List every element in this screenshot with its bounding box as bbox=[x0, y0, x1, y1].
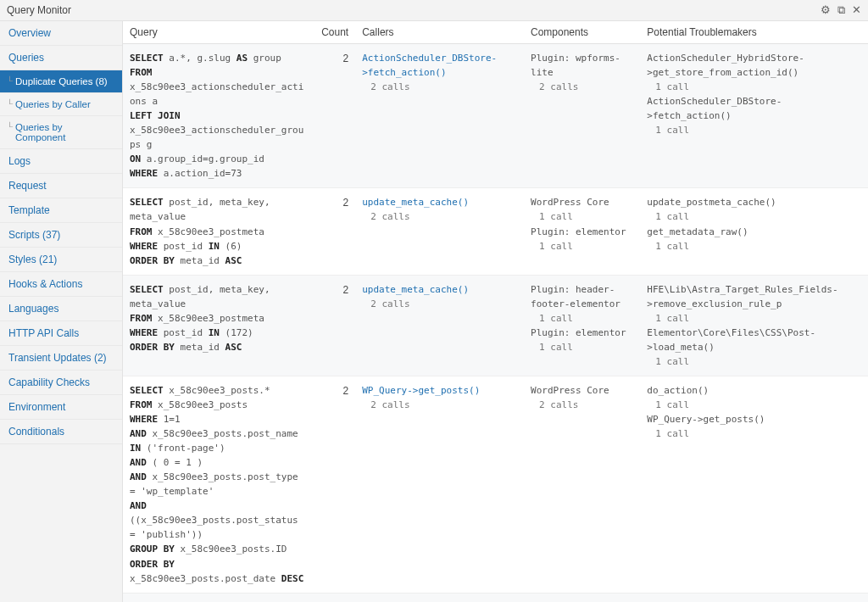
panel-icon[interactable]: ⧉ bbox=[837, 3, 845, 17]
component-name: Plugin: header-footer-elementor bbox=[531, 282, 633, 311]
trouble-count: 1 call bbox=[647, 398, 861, 412]
query-cell: SELECT post_id, meta_key, meta_valueFROM… bbox=[123, 275, 314, 376]
component-name: WordPress Core bbox=[531, 195, 633, 209]
count-cell: 2 bbox=[314, 44, 355, 188]
sidebar-item-cond[interactable]: Conditionals bbox=[0, 420, 122, 444]
title: Query Monitor bbox=[7, 4, 71, 16]
sidebar-item-hooks[interactable]: Hooks & Actions bbox=[0, 272, 122, 297]
components-cell: WordPress Core2 calls bbox=[524, 376, 640, 593]
sidebar-item-by-comp[interactable]: Queries by Component bbox=[0, 116, 122, 149]
caller-link[interactable]: update_meta_cache() bbox=[362, 197, 469, 208]
trouble-count: 1 call bbox=[647, 426, 861, 441]
components-cell: Plugin: wpforms-lite2 calls bbox=[524, 44, 640, 188]
queries-table: Query Count Callers Components Potential… bbox=[123, 21, 868, 602]
trouble-count: 1 call bbox=[647, 80, 861, 94]
sidebar-item-languages[interactable]: Languages bbox=[0, 297, 122, 321]
trouble-count: 1 call bbox=[647, 354, 861, 369]
component-name: WordPress Core bbox=[531, 383, 633, 398]
sidebar: OverviewQueriesDuplicate Queries (8)Quer… bbox=[0, 21, 123, 602]
component-count: 1 call bbox=[531, 239, 633, 254]
trouble-name: Elementor\Core\Files\CSS\Post->load_meta… bbox=[647, 326, 861, 354]
trouble-cell: do_action()1 callWP_Query->get_posts()1 … bbox=[640, 376, 868, 593]
query-cell: SELECT a.*, g.slug AS groupFROM x_58c90e… bbox=[123, 44, 314, 188]
component-count: 1 call bbox=[531, 311, 633, 326]
col-components[interactable]: Components bbox=[524, 21, 640, 44]
table-row: SELECT post_id, meta_key, meta_valueFROM… bbox=[123, 188, 868, 275]
caller-link[interactable]: WP_Query->get_posts() bbox=[362, 385, 480, 396]
close-icon[interactable]: ✕ bbox=[852, 3, 861, 17]
trouble-count: 1 call bbox=[647, 239, 861, 254]
trouble-name: WP_Query->get_posts() bbox=[647, 412, 861, 426]
sidebar-item-overview[interactable]: Overview bbox=[0, 21, 122, 46]
trouble-cell: HFE\Lib\Astra_Target_Rules_Fields->remov… bbox=[640, 275, 868, 376]
sidebar-item-env[interactable]: Environment bbox=[0, 395, 122, 420]
main-panel: Query Count Callers Components Potential… bbox=[123, 21, 868, 602]
sidebar-item-by-caller[interactable]: Queries by Caller bbox=[0, 93, 122, 116]
trouble-cell: ActionScheduler_HybridStore->get_store_f… bbox=[640, 44, 868, 188]
component-count: 1 call bbox=[531, 209, 633, 224]
caller-link[interactable]: update_meta_cache() bbox=[362, 284, 469, 295]
sidebar-item-dup[interactable]: Duplicate Queries (8) bbox=[0, 70, 122, 93]
sidebar-item-http[interactable]: HTTP API Calls bbox=[0, 321, 122, 346]
table-row: SELECT post_id, meta_key, meta_valueFROM… bbox=[123, 275, 868, 376]
callers-cell: WP_Query->get_posts()2 calls bbox=[355, 593, 524, 602]
caller-count: 2 calls bbox=[362, 80, 517, 94]
col-callers[interactable]: Callers bbox=[355, 21, 524, 44]
caller-count: 2 calls bbox=[362, 209, 517, 224]
components-cell: WordPress Core2 calls bbox=[524, 593, 640, 602]
sidebar-item-queries[interactable]: Queries bbox=[0, 46, 122, 70]
trouble-name: get_metadata_raw() bbox=[647, 225, 861, 239]
count-cell: 2 bbox=[314, 275, 355, 376]
component-name: Plugin: elementor bbox=[531, 326, 633, 340]
count-cell: 2 bbox=[314, 188, 355, 275]
sidebar-item-styles[interactable]: Styles (21) bbox=[0, 248, 122, 272]
count-cell: 2 bbox=[314, 376, 355, 593]
trouble-cell: update_postmeta_cache()1 callget_metadat… bbox=[640, 188, 868, 275]
trouble-count: 1 call bbox=[647, 209, 861, 224]
count-cell: 2 bbox=[314, 593, 355, 602]
caller-link[interactable]: ActionScheduler_DBStore->fetch_action() bbox=[362, 53, 497, 78]
callers-cell: WP_Query->get_posts()2 calls bbox=[355, 376, 524, 593]
component-name: Plugin: wpforms-lite bbox=[531, 51, 633, 80]
trouble-cell: do_action()1 callWP_Query->get_posts()1 … bbox=[640, 593, 868, 602]
callers-cell: update_meta_cache()2 calls bbox=[355, 275, 524, 376]
trouble-name: HFE\Lib\Astra_Target_Rules_Fields->remov… bbox=[647, 282, 861, 311]
trouble-count: 1 call bbox=[647, 123, 861, 137]
query-cell: SELECT post_id, meta_key, meta_valueFROM… bbox=[123, 188, 314, 275]
col-trouble[interactable]: Potential Troublemakers bbox=[640, 21, 868, 44]
gear-icon[interactable]: ⚙ bbox=[821, 3, 831, 17]
titlebar: Query Monitor ⚙ ⧉ ✕ bbox=[0, 0, 868, 21]
sidebar-item-template[interactable]: Template bbox=[0, 198, 122, 223]
component-name: Plugin: elementor bbox=[531, 225, 633, 239]
col-query[interactable]: Query bbox=[123, 21, 314, 44]
trouble-name: ActionScheduler_HybridStore->get_store_f… bbox=[647, 51, 861, 80]
table-row: SELECT x_58c90ee3_posts.*FROM x_58c90ee3… bbox=[123, 593, 868, 602]
query-cell: SELECT x_58c90ee3_posts.*FROM x_58c90ee3… bbox=[123, 376, 314, 593]
sidebar-item-logs[interactable]: Logs bbox=[0, 149, 122, 174]
table-row: SELECT a.*, g.slug AS groupFROM x_58c90e… bbox=[123, 44, 868, 188]
trouble-count: 1 call bbox=[647, 311, 861, 326]
sidebar-item-request[interactable]: Request bbox=[0, 174, 122, 198]
trouble-name: ActionScheduler_DBStore->fetch_action() bbox=[647, 94, 861, 123]
sidebar-item-transient[interactable]: Transient Updates (2) bbox=[0, 346, 122, 371]
trouble-name: update_postmeta_cache() bbox=[647, 195, 861, 209]
sidebar-item-scripts[interactable]: Scripts (37) bbox=[0, 223, 122, 248]
component-count: 2 calls bbox=[531, 398, 633, 412]
col-count[interactable]: Count bbox=[314, 21, 355, 44]
callers-cell: ActionScheduler_DBStore->fetch_action()2… bbox=[355, 44, 524, 188]
table-row: SELECT x_58c90ee3_posts.*FROM x_58c90ee3… bbox=[123, 376, 868, 593]
caller-count: 2 calls bbox=[362, 398, 517, 412]
components-cell: WordPress Core1 callPlugin: elementor1 c… bbox=[524, 188, 640, 275]
sidebar-item-caps[interactable]: Capability Checks bbox=[0, 371, 122, 395]
query-cell: SELECT x_58c90ee3_posts.*FROM x_58c90ee3… bbox=[123, 593, 314, 602]
component-count: 1 call bbox=[531, 340, 633, 354]
trouble-name: do_action() bbox=[647, 383, 861, 398]
components-cell: Plugin: header-footer-elementor1 callPlu… bbox=[524, 275, 640, 376]
caller-count: 2 calls bbox=[362, 297, 517, 311]
component-count: 2 calls bbox=[531, 80, 633, 94]
callers-cell: update_meta_cache()2 calls bbox=[355, 188, 524, 275]
